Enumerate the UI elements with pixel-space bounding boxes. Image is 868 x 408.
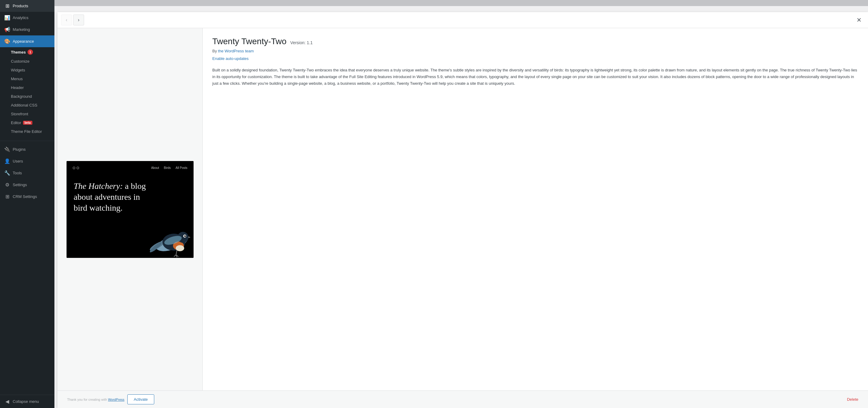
theme-author: By the WordPress team — [212, 49, 858, 53]
nav-forward-button[interactable]: › — [73, 14, 84, 25]
submenu-item-background[interactable]: Background — [0, 92, 55, 101]
preview-nav: ○○ About Birds All Posts — [66, 161, 193, 175]
submenu-item-customize[interactable]: Customize — [0, 57, 55, 66]
theme-version: Version: 1.1 — [290, 40, 313, 45]
theme-title: Twenty Twenty-Two — [212, 37, 286, 46]
preview-menu: About Birds All Posts — [151, 166, 187, 170]
svg-point-10 — [185, 235, 186, 236]
marketing-icon: 📢 — [4, 27, 10, 32]
sidebar-item-settings[interactable]: ⚙ Settings — [0, 179, 55, 191]
preview-content: The Hatchery: a blog about adventures in… — [66, 175, 193, 258]
theme-overlay-background: ‹ › ✕ ○○ Abo — [55, 6, 868, 408]
editor-beta-badge: beta — [23, 121, 32, 125]
preview-headline: The Hatchery: a blog about adventures in… — [74, 181, 146, 214]
collapse-menu-button[interactable]: ◀ Collapse menu — [0, 395, 55, 408]
sidebar-item-crm-settings[interactable]: ⊞ CRM Settings — [0, 191, 55, 203]
sidebar-item-plugins[interactable]: 🔌 Plugins — [0, 143, 55, 155]
wordpress-link[interactable]: WordPress — [108, 398, 124, 401]
themes-badge: 1 — [28, 49, 33, 55]
sidebar-item-tools[interactable]: 🔧 Tools — [0, 167, 55, 179]
analytics-icon: 📊 — [4, 15, 10, 21]
overlay-nav-bar: ‹ › ✕ — [58, 12, 868, 28]
close-icon: ✕ — [857, 16, 862, 24]
overlay-close-button[interactable]: ✕ — [854, 14, 864, 25]
theme-title-row: Twenty Twenty-Two Version: 1.1 — [212, 37, 858, 46]
top-bar — [55, 0, 868, 6]
theme-info-panel: Twenty Twenty-Two Version: 1.1 By the Wo… — [203, 28, 868, 390]
theme-author-link[interactable]: the WordPress team — [218, 49, 254, 53]
footer-left: Thank you for creating with WordPress Ac… — [67, 395, 154, 404]
svg-marker-11 — [188, 236, 190, 238]
collapse-icon: ◀ — [4, 399, 10, 404]
submenu-item-storefront[interactable]: Storefront — [0, 110, 55, 118]
activate-button[interactable]: Activate — [127, 395, 154, 404]
theme-preview-image: ○○ About Birds All Posts The Hatchery: a… — [66, 161, 193, 258]
submenu-item-themes[interactable]: Themes 1 — [0, 47, 55, 57]
theme-preview-panel: ○○ About Birds All Posts The Hatchery: a… — [58, 28, 203, 390]
overlay-body: ○○ About Birds All Posts The Hatchery: a… — [58, 28, 868, 390]
sidebar: ⊞ Products 📊 Analytics 📢 Marketing 🎨 App… — [0, 0, 55, 408]
delete-button[interactable]: Delete — [847, 395, 858, 404]
footer-credit: Thank you for creating with WordPress — [67, 398, 124, 401]
submenu-item-additional-css[interactable]: Additional CSS — [0, 101, 55, 110]
settings-icon: ⚙ — [4, 182, 10, 188]
preview-menu-about: About — [151, 166, 159, 170]
sidebar-item-products[interactable]: ⊞ Products — [0, 0, 55, 12]
main-content: ‹ › ✕ ○○ Abo — [55, 0, 868, 408]
products-icon: ⊞ — [4, 3, 10, 9]
sidebar-item-appearance[interactable]: 🎨 Appearance — [0, 35, 55, 47]
appearance-submenu: Themes 1 Customize Widgets Menus Header … — [0, 47, 55, 136]
svg-point-9 — [184, 235, 186, 237]
theme-description: Built on a solidly designed foundation, … — [212, 67, 858, 87]
preview-bird-illustration — [148, 215, 190, 258]
auto-updates-link[interactable]: Enable auto-updates — [212, 56, 249, 61]
submenu-item-theme-file-editor[interactable]: Theme File Editor — [0, 127, 55, 136]
sidebar-item-analytics[interactable]: 📊 Analytics — [0, 12, 55, 24]
submenu-item-editor[interactable]: Editor beta — [0, 118, 55, 127]
chevron-right-icon: › — [78, 17, 79, 23]
preview-logo: ○○ — [72, 165, 81, 171]
users-icon: 👤 — [4, 158, 10, 164]
submenu-item-widgets[interactable]: Widgets — [0, 66, 55, 75]
submenu-item-menus[interactable]: Menus — [0, 75, 55, 83]
svg-line-13 — [176, 250, 177, 255]
plugins-icon: 🔌 — [4, 146, 10, 152]
preview-menu-birds: Birds — [164, 166, 171, 170]
sidebar-item-marketing[interactable]: 📢 Marketing — [0, 24, 55, 35]
preview-menu-all-posts: All Posts — [176, 166, 187, 170]
theme-overlay-panel: ‹ › ✕ ○○ Abo — [58, 12, 868, 408]
chevron-left-icon: ‹ — [66, 17, 67, 23]
overlay-footer: Thank you for creating with WordPress Ac… — [58, 390, 868, 408]
svg-line-14 — [174, 255, 176, 257]
appearance-icon: 🎨 — [4, 38, 10, 44]
nav-back-button[interactable]: ‹ — [61, 14, 72, 25]
crm-icon: ⊞ — [4, 194, 10, 200]
sidebar-item-users[interactable]: 👤 Users — [0, 155, 55, 167]
submenu-item-header[interactable]: Header — [0, 83, 55, 92]
svg-point-6 — [176, 245, 184, 251]
tools-icon: 🔧 — [4, 170, 10, 176]
